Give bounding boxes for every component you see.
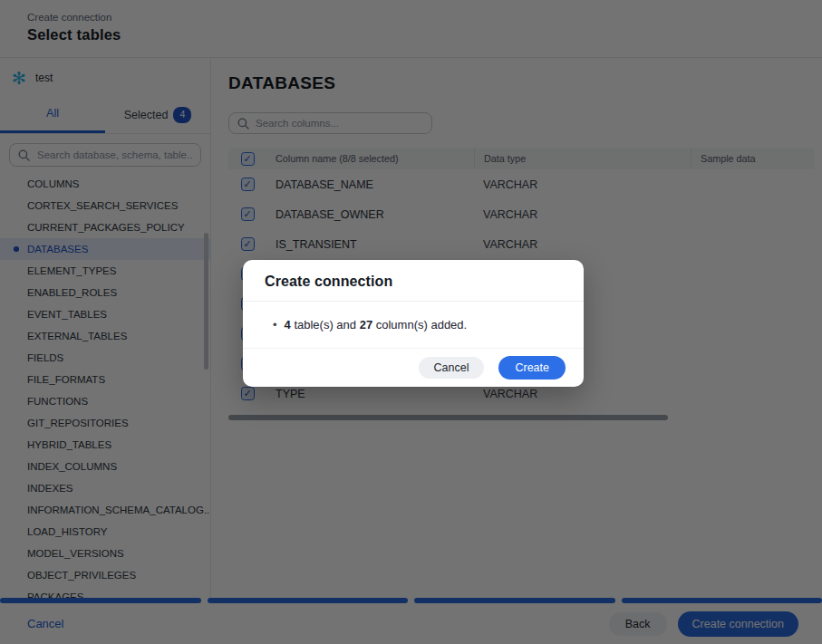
create-connection-modal: Create connection • 4 table(s) and 27 co…	[243, 260, 584, 387]
modal-title: Create connection	[265, 274, 562, 290]
modal-message: 4 table(s) and 27 column(s) added.	[285, 318, 468, 332]
modal-cancel-button[interactable]: Cancel	[419, 357, 485, 379]
modal-header: Create connection	[243, 260, 584, 302]
bullet-icon: •	[273, 318, 277, 332]
modal-body: • 4 table(s) and 27 column(s) added.	[243, 302, 584, 349]
modal-create-button[interactable]: Create	[498, 356, 566, 380]
modal-footer: Cancel Create	[243, 349, 584, 387]
